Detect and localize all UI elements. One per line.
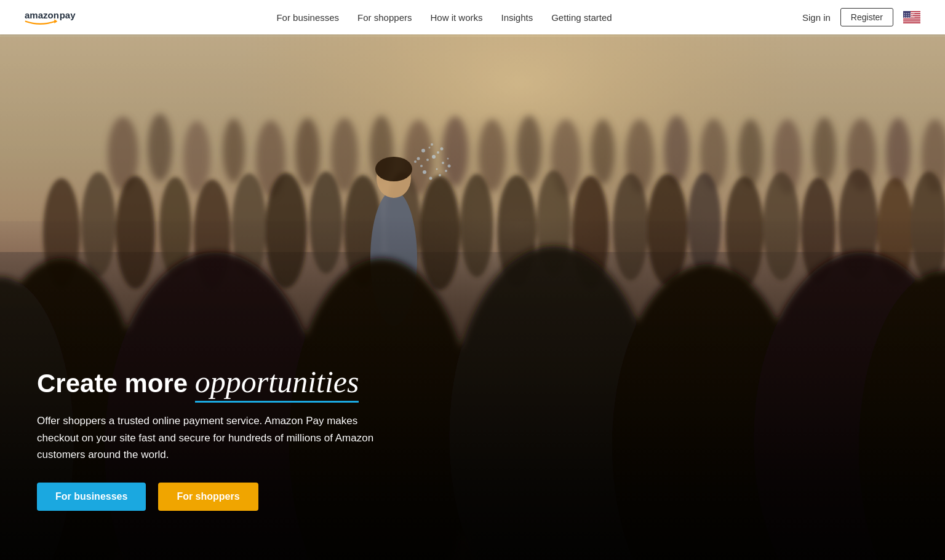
us-flag-icon[interactable]: ★★★★★★ ★★★★★ ★★★★★★ bbox=[903, 11, 920, 23]
svg-point-89 bbox=[417, 157, 420, 160]
nav-insights[interactable]: Insights bbox=[501, 12, 533, 23]
svg-point-87 bbox=[432, 155, 436, 159]
sign-in-link[interactable]: Sign in bbox=[802, 12, 831, 23]
svg-point-93 bbox=[421, 149, 425, 152]
svg-rect-12 bbox=[903, 20, 920, 21]
svg-point-97 bbox=[414, 160, 417, 163]
svg-point-82 bbox=[426, 159, 429, 161]
nav-how-it-works[interactable]: How it works bbox=[430, 12, 482, 23]
svg-rect-13 bbox=[903, 20, 920, 22]
svg-rect-14 bbox=[903, 22, 920, 23]
svg-point-36 bbox=[591, 119, 615, 184]
svg-point-40 bbox=[738, 119, 763, 187]
svg-point-88 bbox=[439, 174, 441, 176]
hero-title-static: Create more bbox=[37, 369, 195, 398]
for-shoppers-button[interactable]: For shoppers bbox=[158, 483, 258, 511]
svg-rect-11 bbox=[903, 18, 920, 20]
for-businesses-button[interactable]: For businesses bbox=[37, 483, 146, 511]
navbar-actions: Sign in Register ★★★★★★ ★★★★★ ★★★★★★ bbox=[802, 8, 920, 26]
svg-rect-15 bbox=[903, 22, 920, 23]
svg-point-90 bbox=[445, 170, 447, 172]
hero-buttons: For businesses For shoppers bbox=[37, 483, 381, 511]
nav-for-shoppers[interactable]: For shoppers bbox=[357, 12, 412, 23]
svg-point-44 bbox=[886, 118, 911, 187]
svg-point-96 bbox=[447, 158, 449, 160]
svg-point-42 bbox=[813, 117, 836, 184]
hero-title-script: opportunities bbox=[195, 363, 359, 400]
hero-content: Create more opportunities Offer shoppers… bbox=[37, 363, 381, 511]
svg-point-86 bbox=[442, 162, 444, 164]
svg-point-25 bbox=[183, 121, 210, 192]
svg-point-26 bbox=[223, 119, 245, 183]
navbar: amazon pay For businesses For shoppers H… bbox=[0, 0, 945, 34]
amazon-pay-logo: amazon pay bbox=[25, 5, 86, 30]
svg-point-95 bbox=[441, 148, 444, 151]
svg-text:pay: pay bbox=[60, 10, 76, 20]
register-button[interactable]: Register bbox=[840, 8, 893, 26]
svg-point-94 bbox=[431, 143, 433, 146]
nav-for-businesses[interactable]: For businesses bbox=[276, 12, 339, 23]
svg-point-98 bbox=[448, 165, 451, 168]
svg-point-32 bbox=[442, 116, 468, 186]
svg-point-34 bbox=[517, 116, 541, 183]
svg-point-84 bbox=[420, 165, 423, 167]
nav-getting-started[interactable]: Getting started bbox=[551, 12, 612, 23]
svg-point-83 bbox=[429, 177, 433, 180]
svg-text:★★★★★★: ★★★★★★ bbox=[904, 16, 915, 18]
hero-description: Offer shoppers a trusted online payment … bbox=[37, 412, 381, 463]
svg-point-81 bbox=[423, 170, 426, 174]
nav-links: For businesses For shoppers How it works… bbox=[86, 12, 802, 23]
hero-section: Create more opportunities Offer shoppers… bbox=[0, 0, 945, 560]
svg-point-85 bbox=[436, 168, 438, 170]
logo[interactable]: amazon pay bbox=[25, 5, 86, 30]
svg-point-24 bbox=[148, 114, 172, 181]
svg-point-92 bbox=[437, 151, 439, 154]
svg-point-72 bbox=[375, 157, 412, 181]
hero-title: Create more opportunities bbox=[37, 363, 381, 400]
svg-text:amazon: amazon bbox=[25, 10, 59, 20]
svg-point-28 bbox=[295, 118, 320, 187]
svg-point-91 bbox=[429, 147, 431, 149]
